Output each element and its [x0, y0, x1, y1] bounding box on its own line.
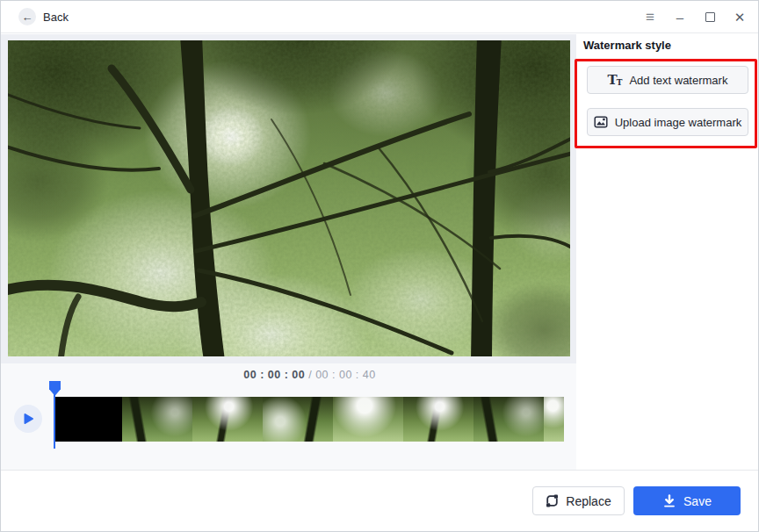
text-watermark-icon: TT — [608, 74, 623, 87]
editor-area: 00 : 00 : 00 / 00 : 00 : 40 — [1, 34, 576, 470]
title-bar: ← Back ≡ – ✕ — [1, 1, 758, 33]
maximize-icon[interactable] — [702, 9, 718, 25]
filmstrip-segment-forest-b — [122, 397, 192, 442]
back-button[interactable]: ← Back — [18, 8, 69, 25]
add-text-watermark-label: Add text watermark — [629, 74, 727, 87]
time-total: 00 : 00 : 40 — [315, 369, 376, 381]
replace-label: Replace — [566, 494, 611, 508]
filmstrip-segment-forest-b — [473, 397, 544, 442]
main-area: 00 : 00 : 00 / 00 : 00 : 40 Watermark st… — [1, 34, 758, 470]
save-button[interactable]: Save — [633, 486, 741, 515]
filmstrip-track[interactable] — [55, 397, 564, 442]
time-display: 00 : 00 : 00 / 00 : 00 : 40 — [55, 369, 564, 381]
filmstrip-segment-forest-c — [263, 397, 333, 442]
maximize-box-glyph — [705, 12, 715, 22]
filmstrip-segment-forest-a — [403, 397, 473, 442]
watermark-panel: Watermark style TT Add text watermark Up… — [576, 34, 758, 470]
timeline-panel: 00 : 00 : 00 / 00 : 00 : 40 — [1, 363, 576, 470]
replace-button[interactable]: Replace — [532, 486, 625, 515]
back-arrow-icon: ← — [18, 8, 36, 25]
replace-icon — [546, 494, 559, 507]
bottom-action-bar: Replace Save — [1, 470, 758, 531]
filmstrip-segment-black — [55, 397, 122, 442]
download-icon — [662, 494, 676, 508]
save-label: Save — [683, 494, 712, 508]
upload-image-watermark-label: Upload image watermark — [615, 116, 742, 129]
playhead-handle[interactable] — [49, 381, 61, 396]
video-preview — [8, 40, 570, 356]
panel-title: Watermark style — [583, 39, 671, 52]
filmstrip-segment-forest-d — [544, 397, 564, 442]
time-separator: / — [308, 369, 312, 381]
close-icon[interactable]: ✕ — [732, 9, 748, 25]
window-controls: ≡ – ✕ — [642, 9, 748, 25]
upload-image-watermark-button[interactable]: Upload image watermark — [587, 108, 748, 136]
filmstrip-segment-forest-d — [333, 397, 403, 442]
filmstrip-segment-forest-a — [192, 397, 263, 442]
menu-icon[interactable]: ≡ — [642, 9, 658, 25]
play-icon — [21, 412, 35, 426]
add-text-watermark-button[interactable]: TT Add text watermark — [587, 66, 748, 94]
play-button[interactable] — [14, 405, 42, 433]
forest-scene — [8, 40, 570, 356]
back-label: Back — [43, 11, 69, 24]
image-watermark-icon — [594, 115, 608, 129]
time-current: 00 : 00 : 00 — [243, 369, 305, 381]
minimize-icon[interactable]: – — [672, 9, 688, 25]
app-window: { "window": { "back_label": "Back", "ico… — [0, 0, 759, 532]
